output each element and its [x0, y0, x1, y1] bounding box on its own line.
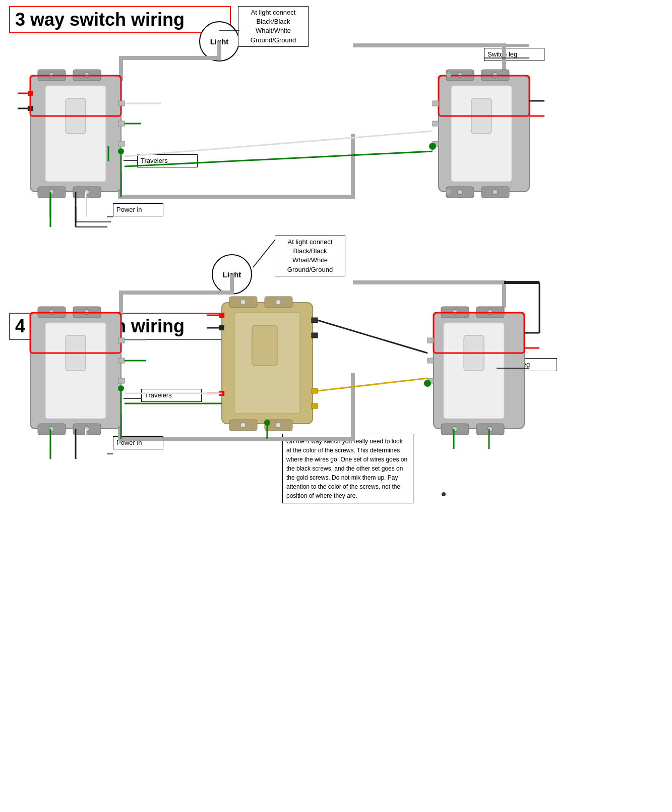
svg-rect-83 — [252, 325, 277, 366]
svg-rect-108 — [427, 338, 434, 343]
wiring-diagram-svg — [0, 0, 672, 812]
svg-point-78 — [240, 300, 246, 305]
svg-point-135 — [442, 492, 446, 496]
svg-point-126 — [446, 189, 451, 194]
svg-rect-95 — [312, 403, 318, 409]
svg-line-134 — [253, 240, 275, 267]
svg-rect-85 — [219, 313, 224, 318]
svg-line-119 — [318, 320, 427, 353]
svg-rect-20 — [118, 101, 125, 106]
svg-rect-87 — [219, 325, 224, 330]
svg-rect-22 — [118, 141, 125, 146]
svg-point-125 — [446, 72, 451, 77]
svg-rect-68 — [118, 338, 125, 343]
svg-point-36 — [493, 190, 498, 195]
svg-line-48 — [125, 151, 433, 166]
svg-rect-93 — [312, 333, 318, 338]
svg-rect-40 — [433, 101, 439, 106]
svg-rect-69 — [118, 358, 125, 363]
svg-line-120 — [318, 378, 427, 391]
svg-rect-41 — [433, 121, 439, 126]
svg-rect-94 — [312, 388, 318, 393]
svg-rect-92 — [312, 318, 318, 323]
diagram-container: 3 way switch wiring 4 way switch wiring … — [0, 0, 672, 812]
svg-rect-70 — [118, 378, 125, 383]
svg-point-80 — [240, 423, 246, 428]
svg-point-79 — [276, 300, 281, 305]
svg-rect-21 — [118, 121, 125, 126]
svg-point-111 — [424, 380, 431, 387]
svg-rect-109 — [427, 358, 434, 363]
svg-point-43 — [429, 143, 436, 150]
svg-point-35 — [457, 190, 462, 195]
svg-point-81 — [276, 423, 281, 428]
svg-line-47 — [125, 131, 433, 156]
